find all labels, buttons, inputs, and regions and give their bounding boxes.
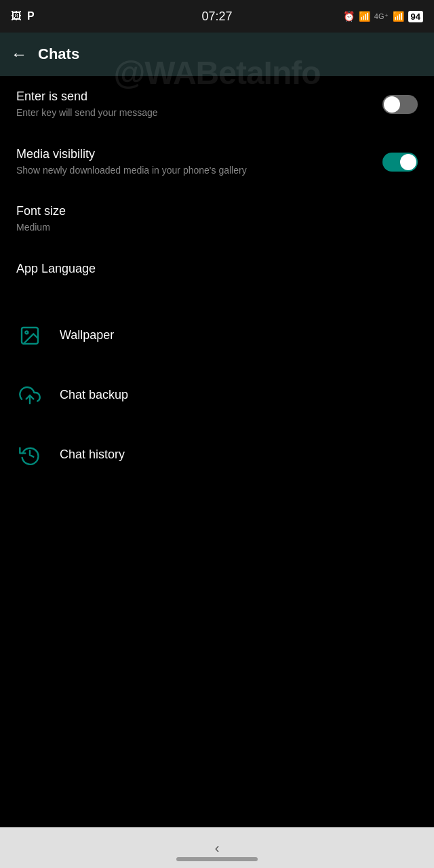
- chat-backup-item[interactable]: Chat backup: [0, 366, 434, 425]
- media-visibility-text: Media visibility Show newly downloaded m…: [16, 147, 382, 178]
- media-visibility-item[interactable]: Media visibility Show newly downloaded m…: [0, 134, 434, 191]
- media-visibility-title: Media visibility: [16, 147, 382, 161]
- wifi-icon: 📶: [359, 11, 370, 22]
- wallpaper-item[interactable]: Wallpaper: [0, 306, 434, 366]
- status-bar-right: ⏰ 📶 4G⁺ 📶 94: [343, 11, 423, 22]
- media-visibility-subtitle: Show newly downloaded media in your phon…: [16, 164, 382, 178]
- font-size-value: Medium: [16, 221, 418, 235]
- media-visibility-toggle[interactable]: [382, 153, 418, 172]
- font-size-item[interactable]: Font size Medium: [0, 191, 434, 248]
- upload-cloud-icon: [16, 382, 43, 409]
- settings-content: Enter is send Enter key will send your m…: [0, 76, 434, 485]
- status-time: 07:27: [201, 9, 232, 24]
- back-button[interactable]: ←: [11, 45, 27, 64]
- toggle-thumb: [384, 96, 400, 113]
- enter-is-send-text: Enter is send Enter key will send your m…: [16, 90, 382, 120]
- chat-history-label: Chat history: [60, 448, 125, 462]
- font-size-text: Font size Medium: [16, 204, 418, 235]
- bottom-back-button[interactable]: ‹: [215, 840, 220, 856]
- battery-level: 94: [408, 11, 423, 22]
- toggle-thumb-on: [400, 154, 416, 170]
- chat-backup-label: Chat backup: [60, 388, 128, 402]
- enter-is-send-title: Enter is send: [16, 90, 382, 104]
- app-language-text: App Language: [16, 262, 418, 279]
- page-title: Chats: [38, 45, 79, 63]
- enter-is-send-toggle[interactable]: [382, 95, 418, 114]
- status-bar-left: 🖼 P: [11, 10, 35, 22]
- svg-point-1: [25, 331, 28, 334]
- font-size-title: Font size: [16, 204, 418, 218]
- wallpaper-label: Wallpaper: [60, 328, 114, 342]
- app-bar: ← Chats: [0, 33, 434, 76]
- enter-is-send-item[interactable]: Enter is send Enter key will send your m…: [0, 76, 434, 134]
- image-icon: 🖼: [11, 10, 22, 22]
- app-language-item[interactable]: App Language: [0, 248, 434, 292]
- wallpaper-icon: [16, 322, 43, 349]
- history-icon: [16, 441, 43, 469]
- chat-history-item[interactable]: Chat history: [0, 425, 434, 485]
- enter-is-send-subtitle: Enter key will send your message: [16, 106, 382, 120]
- app-language-title: App Language: [16, 262, 418, 276]
- signal-icon: 📶: [393, 11, 404, 22]
- bottom-navigation-bar: ‹: [0, 827, 434, 868]
- bottom-bar-handle: [176, 857, 258, 861]
- alarm-icon: ⏰: [343, 11, 355, 22]
- network-icon: 4G⁺: [374, 12, 389, 21]
- p-icon: P: [27, 10, 35, 22]
- status-bar: 🖼 P 07:27 ⏰ 📶 4G⁺ 📶 94: [0, 0, 434, 33]
